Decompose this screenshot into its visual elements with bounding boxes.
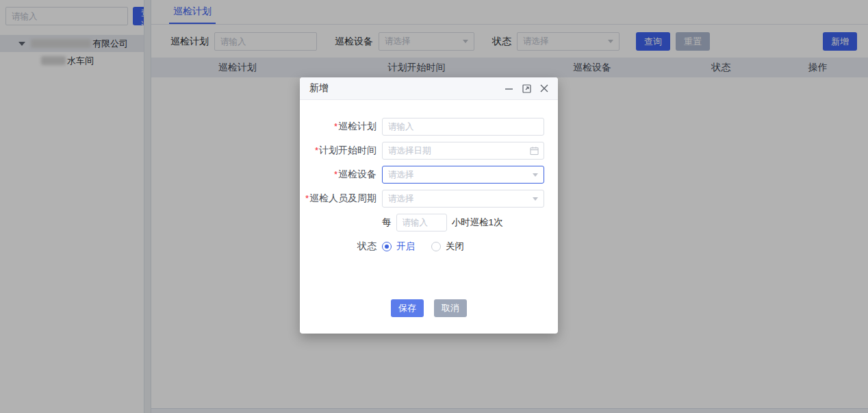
status-radio-off[interactable]: 关闭 bbox=[431, 240, 464, 253]
device-select[interactable]: 请选择 bbox=[382, 166, 544, 184]
required-mark: * bbox=[334, 121, 337, 132]
required-mark: * bbox=[334, 169, 337, 179]
dialog-header[interactable]: 新增 bbox=[300, 77, 558, 100]
required-mark: * bbox=[305, 193, 309, 203]
cycle-hours-input[interactable] bbox=[396, 214, 447, 231]
close-icon[interactable] bbox=[540, 84, 548, 92]
dialog-title: 新增 bbox=[309, 82, 329, 95]
cycle-prefix: 每 bbox=[382, 216, 392, 229]
maximize-icon[interactable] bbox=[522, 84, 531, 93]
field-device-label: *巡检设备 bbox=[300, 168, 376, 181]
page: 查询 有限公司 水车间 巡检计划 巡检计划 巡检设备 请选择 bbox=[0, 0, 868, 413]
person-cycle-select[interactable]: 请选择 bbox=[382, 190, 544, 208]
start-time-input[interactable] bbox=[382, 142, 544, 160]
dialog-footer: 保存 取消 bbox=[300, 299, 558, 317]
radio-unselected-icon bbox=[431, 242, 441, 251]
chevron-down-icon bbox=[533, 197, 538, 201]
status-radio-on[interactable]: 开启 bbox=[382, 240, 415, 253]
radio-selected-icon bbox=[382, 242, 392, 251]
minimize-icon[interactable] bbox=[505, 84, 513, 93]
field-status-label: 状态 bbox=[300, 240, 376, 253]
cycle-suffix: 小时巡检1次 bbox=[452, 216, 503, 229]
chevron-down-icon bbox=[533, 173, 538, 177]
field-plan-label: *巡检计划 bbox=[300, 121, 376, 133]
calendar-icon[interactable] bbox=[530, 147, 539, 155]
required-mark: * bbox=[315, 145, 318, 155]
cancel-button[interactable]: 取消 bbox=[434, 299, 467, 317]
add-plan-dialog: 新增 *巡检计划 bbox=[300, 77, 558, 334]
plan-name-input[interactable] bbox=[382, 118, 544, 136]
dialog-body: *巡检计划 *计划开始时间 bbox=[300, 100, 558, 334]
field-start-time-label: *计划开始时间 bbox=[300, 145, 376, 157]
save-button[interactable]: 保存 bbox=[391, 299, 424, 317]
field-person-cycle-label: *巡检人员及周期 bbox=[300, 192, 376, 205]
